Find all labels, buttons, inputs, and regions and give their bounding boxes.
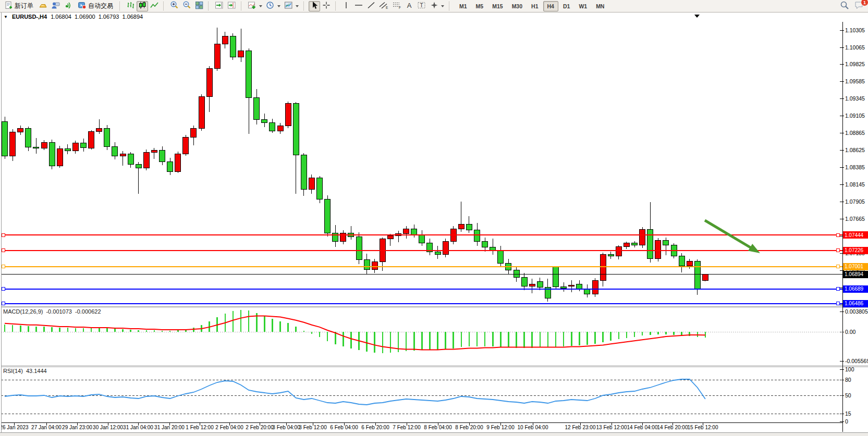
- bar-chart-icon: [126, 1, 135, 11]
- toolbar-separator: [449, 2, 451, 10]
- toolbar-separator: [335, 2, 338, 10]
- arrows-shapes-button[interactable]: [429, 1, 446, 11]
- svg-text:6 Feb 04:00: 6 Feb 04:00: [330, 425, 358, 430]
- rsi-name: RSI(14): [3, 368, 23, 374]
- hline-1.07001[interactable]: 1.07001: [1, 263, 868, 270]
- clock-icon: [266, 1, 275, 11]
- zoom-out-button[interactable]: [181, 1, 193, 11]
- svg-text:31 Jan 20:00: 31 Jan 20:00: [154, 425, 185, 430]
- autotrading-icon: [78, 1, 87, 11]
- text-button[interactable]: A: [404, 1, 415, 11]
- signals-button[interactable]: [62, 1, 74, 11]
- hline-1.06689[interactable]: 1.06689: [1, 285, 868, 293]
- macd-signal-value: -0.000622: [75, 308, 101, 315]
- tab-timeframe-W1[interactable]: W1: [574, 1, 591, 11]
- dropdown-caret-icon: [296, 5, 299, 7]
- svg-text:50: 50: [845, 392, 851, 398]
- svg-text:1.09825: 1.09825: [845, 61, 865, 67]
- time-axis-labels: 26 Jan 202327 Jan 04:0029 Jan 23:0030 Ja…: [0, 423, 718, 431]
- autotrading-button[interactable]: 自动交易: [75, 1, 116, 11]
- tab-timeframe-D1[interactable]: D1: [559, 1, 574, 11]
- tab-timeframe-H4[interactable]: H4: [543, 1, 558, 11]
- tab-timeframe-MN[interactable]: MN: [592, 1, 608, 11]
- chart-shift-button[interactable]: [226, 1, 238, 11]
- svg-text:1.08385: 1.08385: [845, 164, 865, 170]
- svg-text:30 Jan 12:00: 30 Jan 12:00: [93, 425, 123, 430]
- tab-timeframe-M30[interactable]: M30: [508, 1, 527, 11]
- dropdown-caret-icon: [259, 5, 262, 7]
- hline-1.06894[interactable]: 1.06894: [1, 271, 868, 278]
- toolbar-separator: [119, 2, 122, 10]
- zoom-out-icon: [182, 1, 191, 11]
- auto-scroll-icon: [215, 1, 224, 11]
- vertical-line-button[interactable]: [340, 1, 352, 11]
- rsi-axis-ticks: 1008050150: [1, 366, 854, 425]
- template-icon: [284, 1, 293, 11]
- main-toolbar: 新订单 自动交易: [0, 0, 868, 13]
- tab-timeframe-M1[interactable]: M1: [455, 1, 471, 11]
- new-order-icon: [5, 1, 13, 11]
- tab-timeframe-M5[interactable]: M5: [472, 1, 488, 11]
- crosshair-button[interactable]: [321, 1, 332, 11]
- new-order-button[interactable]: 新订单: [2, 1, 36, 11]
- tab-timeframe-H1[interactable]: H1: [527, 1, 542, 11]
- market-button[interactable]: [37, 1, 49, 11]
- channel-icon: E: [379, 1, 388, 11]
- zoom-in-button[interactable]: [168, 1, 180, 11]
- hline-1.06486[interactable]: 1.06486: [1, 300, 868, 307]
- svg-text:1.07665: 1.07665: [845, 216, 865, 222]
- svg-text:1.08625: 1.08625: [845, 147, 865, 153]
- arrow-annotation[interactable]: [705, 220, 760, 253]
- horizontal-line-icon: [354, 1, 363, 11]
- chart-menu-icon[interactable]: ▼: [4, 15, 8, 19]
- svg-text:15 Feb 12:00: 15 Feb 12:00: [688, 425, 718, 430]
- cursor-button[interactable]: [309, 1, 320, 11]
- chart-corner-dropdown-icon[interactable]: [694, 15, 700, 18]
- community-button[interactable]: [50, 1, 62, 11]
- rsi-panel-header: RSI(14) 43.1444: [3, 368, 47, 374]
- svg-text:1.08865: 1.08865: [845, 130, 865, 136]
- text-label-button[interactable]: T: [415, 1, 428, 11]
- panel-borders: [0, 22, 868, 432]
- person-icon: [51, 1, 60, 11]
- cursor-arrow-icon: [310, 1, 319, 11]
- svg-text:29 Jan 23:00: 29 Jan 23:00: [62, 425, 92, 430]
- rsi-value: 43.1444: [26, 368, 47, 374]
- templates-button[interactable]: [283, 1, 300, 11]
- svg-text:F: F: [399, 6, 401, 9]
- periods-button[interactable]: [264, 1, 282, 11]
- auto-scroll-button[interactable]: [213, 1, 225, 11]
- horizontal-line-button[interactable]: [352, 1, 365, 11]
- equidistant-channel-button[interactable]: E: [377, 1, 390, 11]
- chart-bars-button[interactable]: [125, 1, 136, 11]
- chat-button[interactable]: 1: [854, 1, 865, 12]
- svg-text:26 Jan 2023: 26 Jan 2023: [0, 425, 29, 430]
- chart-canvas[interactable]: 1.103051.100651.098251.095851.093451.091…: [0, 0, 868, 436]
- toolbar-separator: [241, 2, 243, 10]
- svg-text:0.003805: 0.003805: [845, 308, 868, 315]
- timeframe-buttons: M1M5M15M30H1H4D1W1MN: [455, 1, 608, 11]
- hline-1.07444[interactable]: 1.07444: [1, 231, 868, 239]
- window-frame-bottom: [0, 432, 868, 436]
- svg-text:80: 80: [845, 377, 851, 383]
- candles-layer[interactable]: [2, 28, 708, 302]
- label-t-icon: T: [417, 1, 426, 11]
- svg-text:1 Feb 12:00: 1 Feb 12:00: [186, 425, 214, 430]
- chart-candles-button[interactable]: [137, 1, 148, 11]
- svg-text:1.10065: 1.10065: [845, 44, 865, 51]
- line-chart-icon: [150, 1, 158, 11]
- indicators-button[interactable]: [246, 1, 264, 11]
- indicators-plus-icon: [248, 1, 256, 11]
- tile-windows-button[interactable]: [193, 1, 205, 11]
- svg-text:1.06894: 1.06894: [845, 271, 864, 277]
- svg-text:2 Feb 04:00: 2 Feb 04:00: [215, 425, 243, 430]
- trendline-button[interactable]: [365, 1, 377, 11]
- tab-timeframe-M15[interactable]: M15: [488, 1, 507, 11]
- chart-title-bar: ▼ EURUSD-,H4 1.06804 1.06900 1.06793 1.0…: [4, 14, 143, 20]
- shapes-icon: [430, 1, 438, 11]
- crosshair-icon: [322, 1, 331, 11]
- chart-line-button[interactable]: [149, 1, 160, 11]
- svg-text:1.06689: 1.06689: [845, 286, 864, 292]
- search-icon[interactable]: [840, 1, 849, 12]
- fibonacci-button[interactable]: F: [390, 1, 403, 11]
